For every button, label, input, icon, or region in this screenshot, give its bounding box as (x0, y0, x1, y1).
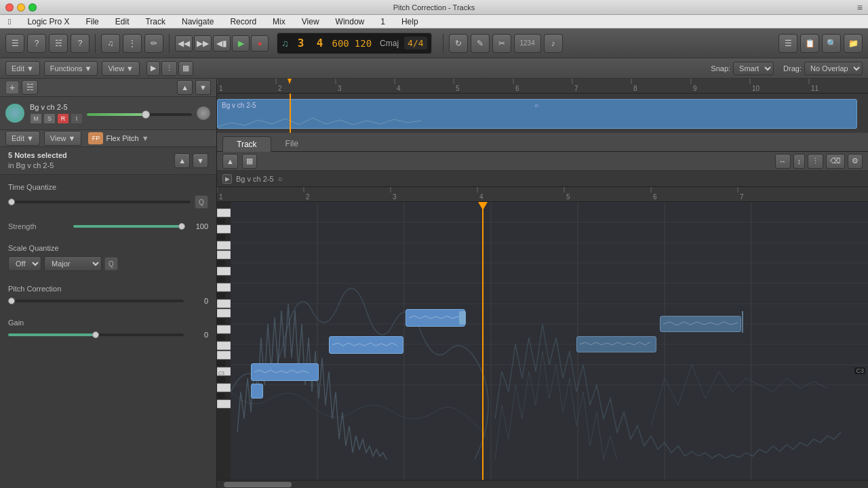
pitch-block-2[interactable] (251, 384, 263, 399)
library-button[interactable]: ☰ (5, 34, 24, 53)
ep-scrub[interactable]: ⋮ (808, 154, 823, 169)
ep-zoom-h[interactable]: ↔ (775, 154, 791, 169)
menu-record[interactable]: Record (227, 16, 259, 28)
pitch-block-6[interactable] (660, 316, 741, 332)
maximize-button[interactable] (28, 3, 37, 12)
cycle-button[interactable]: ↻ (449, 34, 468, 53)
pitch-end-marker[interactable] (459, 311, 466, 325)
ep-zoom-v[interactable]: ↕ (793, 154, 806, 169)
svg-rect-50 (217, 309, 231, 317)
ruler-tool[interactable]: ⋮ (161, 61, 177, 76)
menu-navigate[interactable]: Navigate (179, 16, 216, 28)
scale-off-dropdown[interactable]: Off On (8, 256, 41, 271)
pitch-block-3[interactable] (329, 336, 403, 354)
time-quantize-thumb[interactable] (8, 199, 15, 205)
menu-window[interactable]: Window (333, 16, 368, 28)
input-monitor-button[interactable]: I (71, 113, 83, 124)
gain-thumb[interactable] (92, 331, 99, 338)
ep-lasso[interactable]: ⌫ (826, 154, 845, 169)
svg-rect-49 (217, 300, 231, 308)
header-top-controls: + ☵ ▲ ▼ (0, 79, 216, 97)
svg-rect-45 (217, 267, 231, 275)
pitch-block-5[interactable] (576, 336, 656, 352)
track-region[interactable]: Bg v ch 2-5 ○ (217, 99, 857, 129)
scrollbar-thumb[interactable] (224, 482, 292, 487)
svg-text:6: 6 (515, 85, 519, 92)
loop-browser-button[interactable]: 🔍 (822, 34, 841, 53)
metronome-button[interactable]: ♪ (544, 34, 563, 53)
menu-logicprox[interactable]: Logic Pro X (24, 16, 72, 28)
menu-track[interactable]: Track (142, 16, 168, 28)
minimize-button[interactable] (17, 3, 25, 12)
functions-label: Functions (50, 64, 83, 73)
snap-label: Snap: (711, 64, 730, 73)
menu-file[interactable]: File (83, 16, 101, 28)
volume-bar[interactable] (87, 113, 192, 116)
snap-select[interactable]: Smart Bar Beat (733, 62, 774, 75)
drag-label: Drag: (783, 64, 802, 73)
smart-controls-button[interactable]: ♫ (101, 34, 120, 53)
notes-settings-btn[interactable]: ▲ (174, 153, 190, 168)
note-pad-button[interactable]: 📋 (800, 34, 819, 53)
tab-file[interactable]: File (271, 136, 313, 151)
solo-button[interactable]: S (43, 113, 56, 124)
media-button[interactable]: ☵ (49, 34, 68, 53)
menu-help[interactable]: Help (399, 16, 421, 28)
pitch-block-1[interactable] (251, 363, 319, 381)
fp-edit-dropdown[interactable]: Edit ▼ (5, 131, 40, 146)
add-track-button[interactable]: + (5, 81, 19, 94)
rewind-button[interactable]: ◀◀ (175, 35, 193, 52)
mixer-button[interactable]: ⋮ (123, 34, 142, 53)
svg-text:3: 3 (338, 85, 342, 92)
scissors-button[interactable]: ✂ (492, 34, 511, 53)
region-play-icon[interactable]: ▶ (222, 174, 232, 184)
functions-dropdown[interactable]: Functions ▼ (44, 61, 98, 76)
menu-edit[interactable]: Edit (113, 16, 132, 28)
mute-button[interactable]: M (30, 113, 42, 124)
gain-slider[interactable] (8, 333, 184, 336)
info-button[interactable]: ? (27, 34, 46, 53)
record-enable-button[interactable]: R (57, 113, 69, 124)
ep-zoom-out[interactable]: ▲ (222, 154, 238, 169)
strength-thumb[interactable] (178, 223, 185, 230)
time-quantize-q-btn[interactable]: Q (195, 195, 208, 209)
pitch-correction-section: Pitch Correction 0 (8, 285, 208, 305)
close-button[interactable] (5, 3, 14, 12)
strength-slider[interactable] (73, 225, 184, 228)
pitch-correction-slider[interactable] (8, 300, 184, 302)
help-button[interactable]: ? (71, 34, 90, 53)
track-output-button[interactable] (196, 106, 211, 121)
menu-view[interactable]: View (299, 16, 322, 28)
pitch-correction-thumb[interactable] (8, 298, 15, 304)
scale-q-btn[interactable]: Q (104, 257, 118, 270)
editors-button[interactable]: ✏ (144, 34, 163, 53)
view-dropdown[interactable]: View ▼ (102, 61, 140, 76)
pitch-correction-value: 0 (188, 297, 208, 305)
pointer-tool[interactable]: ▶ (146, 61, 160, 76)
notes-options-btn[interactable]: ▼ (193, 153, 208, 168)
time-quantize-slider[interactable] (8, 201, 191, 203)
track-zoom-button[interactable]: ▲ (177, 80, 193, 95)
track-settings-button[interactable]: ▼ (195, 80, 211, 95)
editor-main[interactable]: C3 (231, 202, 868, 480)
pencil-button[interactable]: ✎ (471, 34, 490, 53)
go-to-start-button[interactable]: ◀▮ (213, 35, 231, 52)
h-scrollbar[interactable] (217, 480, 868, 488)
pitch-block-4[interactable] (406, 309, 465, 327)
menu-apple[interactable]:  (5, 16, 14, 28)
window-menu-icon[interactable]: ≡ (857, 2, 863, 13)
scale-type-dropdown[interactable]: Major Minor Chromatic (44, 256, 102, 271)
track-options-button[interactable]: ☵ (22, 80, 38, 95)
drag-select[interactable]: No Overlap Overlap (804, 62, 863, 75)
fast-forward-button[interactable]: ▶▶ (194, 35, 212, 52)
menu-1[interactable]: 1 (378, 16, 388, 28)
filter-tool[interactable]: ▦ (178, 61, 193, 76)
edit-dropdown[interactable]: Edit ▼ (5, 61, 40, 76)
transport-controls: ◀◀ ▶▶ ◀▮ ▶ ● (175, 35, 269, 52)
list-button[interactable]: ☰ (778, 34, 797, 53)
fp-view-dropdown[interactable]: View ▼ (44, 131, 82, 146)
all-files-button[interactable]: 📁 (844, 34, 863, 53)
volume-knob[interactable] (142, 110, 150, 119)
menu-mix[interactable]: Mix (270, 16, 288, 28)
ep-settings[interactable]: ⚙ (848, 154, 863, 169)
